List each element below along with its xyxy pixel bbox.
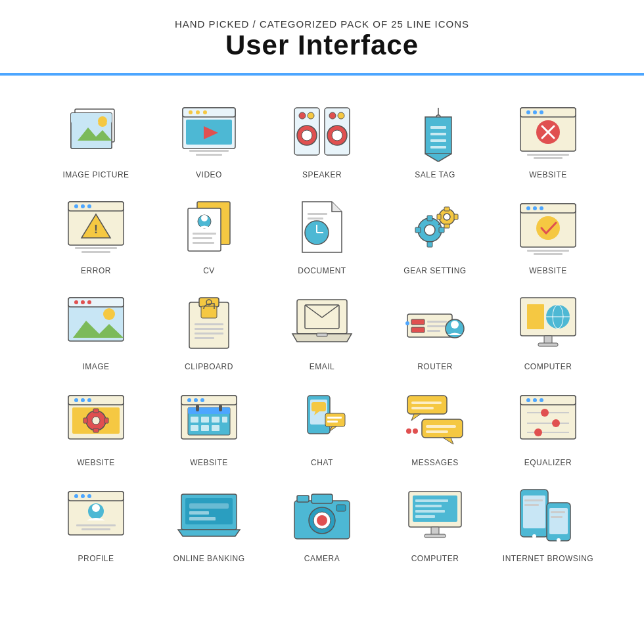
icon-box [399, 483, 471, 549]
icon-label: Computer [524, 362, 572, 371]
svg-rect-142 [191, 425, 198, 431]
svg-marker-160 [443, 438, 453, 444]
svg-rect-204 [425, 534, 446, 538]
icon-item-camera: Camera [265, 472, 379, 568]
svg-rect-158 [411, 407, 434, 409]
svg-rect-61 [308, 213, 327, 215]
svg-point-86 [74, 300, 78, 304]
svg-rect-103 [411, 319, 425, 325]
icon-item-video: Video [152, 89, 265, 185]
icon-box [399, 195, 471, 261]
icon-label: Clipboard [185, 362, 233, 371]
icon-box: ! [60, 195, 132, 261]
svg-rect-96 [195, 328, 223, 330]
icon-box [286, 195, 358, 261]
icon-item-profile: Profile [39, 472, 152, 568]
svg-rect-138 [191, 417, 198, 423]
svg-rect-187 [189, 503, 229, 509]
icon-item-error: ! Error [39, 185, 152, 281]
svg-point-122 [81, 398, 85, 402]
svg-point-210 [557, 538, 561, 542]
svg-rect-62 [308, 218, 323, 219]
icon-label: Profile [78, 554, 114, 563]
svg-rect-66 [427, 242, 432, 247]
svg-rect-31 [430, 146, 446, 149]
svg-rect-154 [327, 421, 338, 423]
header-subtitle: HAND PICKED / CATEGORIZED PACK OF 25 LIN… [0, 18, 644, 30]
svg-rect-149 [311, 402, 326, 411]
svg-rect-82 [527, 250, 569, 252]
icon-box [173, 387, 245, 453]
svg-rect-104 [411, 327, 425, 333]
svg-rect-130 [104, 418, 108, 423]
svg-rect-196 [336, 505, 346, 511]
svg-point-18 [308, 112, 314, 119]
svg-rect-98 [195, 337, 214, 339]
svg-rect-201 [415, 510, 445, 513]
svg-rect-68 [439, 227, 444, 233]
icon-label: CV [203, 266, 215, 275]
svg-point-164 [413, 428, 418, 434]
svg-point-175 [534, 428, 542, 436]
icon-label: Internet Browsing [503, 554, 593, 563]
svg-rect-14 [189, 150, 229, 152]
icon-item-internet-browsing: Internet Browsing [492, 472, 605, 568]
icon-box [286, 291, 358, 357]
svg-rect-137 [188, 407, 230, 414]
svg-rect-72 [444, 224, 449, 228]
svg-marker-156 [411, 414, 421, 421]
svg-rect-146 [219, 405, 222, 411]
svg-point-195 [317, 515, 327, 526]
icon-box [60, 291, 132, 357]
svg-rect-30 [430, 139, 446, 142]
icon-box [286, 99, 358, 165]
icon-item-website-check: Website [492, 185, 605, 281]
svg-rect-212 [551, 516, 563, 518]
svg-rect-143 [201, 425, 209, 431]
svg-rect-199 [415, 499, 448, 502]
icon-item-cv: CV [152, 185, 265, 281]
svg-point-133 [187, 398, 191, 402]
svg-rect-40 [527, 154, 569, 156]
icon-item-gear-setting: Gear Setting [379, 185, 492, 281]
svg-rect-129 [83, 418, 87, 423]
svg-point-35 [533, 110, 537, 114]
icon-item-computer: Computer [492, 281, 605, 377]
icon-item-router: Router [379, 281, 492, 377]
icon-label: Computer [411, 554, 459, 563]
svg-rect-127 [93, 409, 99, 413]
icon-label: Website [190, 458, 228, 467]
svg-rect-192 [297, 495, 309, 502]
svg-rect-128 [93, 428, 99, 432]
svg-rect-189 [189, 517, 216, 520]
svg-point-9 [189, 110, 193, 114]
svg-point-80 [540, 206, 543, 210]
svg-rect-118 [538, 343, 558, 346]
icon-label: Image Picture [62, 170, 129, 179]
svg-rect-49 [75, 247, 117, 249]
svg-rect-203 [431, 527, 439, 535]
svg-rect-184 [81, 528, 110, 530]
icon-item-clipboard: Clipboard [152, 281, 265, 377]
icon-label: Website [77, 458, 115, 467]
svg-point-81 [536, 216, 560, 240]
icons-grid: Image Picture Video [0, 76, 644, 582]
svg-rect-29 [430, 133, 446, 135]
icon-item-computer2: Computer [379, 472, 492, 568]
icon-item-speaker: Speaker [265, 89, 379, 185]
icon-label: Online Banking [173, 554, 244, 563]
svg-point-173 [552, 419, 560, 427]
svg-rect-211 [551, 511, 565, 513]
svg-rect-55 [193, 233, 216, 235]
icon-box [286, 387, 358, 453]
svg-text:!: ! [94, 223, 98, 236]
page-header: HAND PICKED / CATEGORIZED PACK OF 25 LIN… [0, 0, 644, 68]
svg-rect-213 [524, 499, 543, 501]
svg-rect-141 [222, 417, 227, 423]
svg-rect-105 [427, 321, 447, 323]
svg-rect-41 [534, 157, 563, 159]
svg-rect-15 [196, 154, 222, 156]
icon-item-messages: Messages [379, 377, 492, 472]
svg-rect-73 [437, 214, 441, 219]
icon-label: Sale Tag [415, 170, 455, 179]
